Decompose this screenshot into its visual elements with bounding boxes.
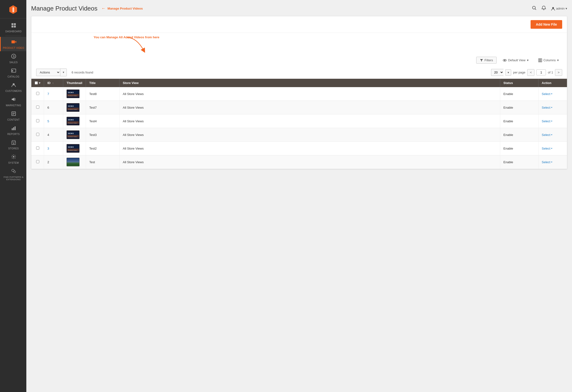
thumbnail-image: DEMO Product Video xyxy=(66,144,79,153)
svg-text:Product Video: Product Video xyxy=(68,95,77,96)
row-action-select-link[interactable]: Select▾ xyxy=(542,92,564,96)
notifications-button[interactable] xyxy=(541,5,546,12)
header-checkbox-dropdown-icon[interactable]: ▾ xyxy=(39,81,40,85)
sidebar-item-label: CUSTOMERS xyxy=(5,90,22,92)
sidebar-item-label: REPORTS xyxy=(7,133,20,135)
svg-rect-5 xyxy=(12,26,13,28)
find-partners-icon xyxy=(11,169,16,175)
row-checkbox[interactable] xyxy=(36,92,39,95)
svg-marker-12 xyxy=(12,70,13,72)
col-storeview-label: Store View xyxy=(123,81,139,85)
row-store-view: All Store Views xyxy=(119,101,500,114)
filters-button[interactable]: Filters xyxy=(476,57,497,64)
row-action-select-link[interactable]: Select▾ xyxy=(542,119,564,123)
sidebar-item-catalog[interactable]: CATALOG xyxy=(0,65,26,80)
sidebar-item-customers[interactable]: CUSTOMERS xyxy=(0,80,26,94)
sidebar-item-dashboard[interactable]: DASHBOARD xyxy=(0,20,26,35)
annotation-arrow-svg xyxy=(122,35,151,54)
sidebar-item-label: STORES xyxy=(8,147,19,150)
sidebar-item-marketing[interactable]: MARKETING xyxy=(0,94,26,109)
col-header-thumbnail: Thumbnail xyxy=(63,79,86,87)
catalog-icon xyxy=(11,68,16,74)
actions-select-wrap: Actions ▾ xyxy=(36,68,67,76)
search-button[interactable] xyxy=(532,5,537,12)
sidebar-item-label: CATALOG xyxy=(8,75,20,78)
sidebar-item-find-partners[interactable]: FIND PARTNERS & EXTENSIONS xyxy=(0,166,26,183)
svg-point-36 xyxy=(504,60,505,61)
dashboard-icon xyxy=(11,23,16,29)
select-dropdown-icon: ▾ xyxy=(551,93,552,95)
row-action: Select▾ xyxy=(538,128,567,142)
row-thumbnail: DEMO Product Video xyxy=(63,114,86,128)
sidebar-item-sales[interactable]: $ SALES xyxy=(0,51,26,65)
select-label: Select xyxy=(542,106,550,109)
row-id: 3 xyxy=(44,142,63,155)
svg-point-29 xyxy=(14,171,16,173)
breadcrumb-area: ← Manage Product Videos xyxy=(101,6,143,11)
row-checkbox[interactable] xyxy=(36,146,39,150)
row-action-select-link[interactable]: Select▾ xyxy=(542,147,564,150)
row-title: Test8 xyxy=(86,87,119,101)
select-dropdown-icon: ▾ xyxy=(551,161,552,163)
row-action: Select▾ xyxy=(538,155,567,169)
row-action-select-link[interactable]: Select▾ xyxy=(542,133,564,137)
sidebar-item-product-video[interactable]: PRODUCT VIDEO xyxy=(0,37,26,51)
svg-text:DEMO: DEMO xyxy=(68,133,74,134)
page-number-input[interactable] xyxy=(536,69,546,75)
sidebar-item-content[interactable]: CONTENT xyxy=(0,109,26,123)
row-checkbox[interactable] xyxy=(36,133,39,136)
svg-point-30 xyxy=(532,6,535,9)
row-thumbnail xyxy=(63,155,86,169)
sidebar-logo xyxy=(0,0,26,18)
row-action-select-link[interactable]: Select▾ xyxy=(542,106,564,109)
next-page-button[interactable]: > xyxy=(555,69,562,76)
content-panel: Add New File You can Manage All Added Vi… xyxy=(31,16,567,169)
svg-rect-39 xyxy=(541,59,542,62)
svg-text:$: $ xyxy=(13,55,15,58)
add-new-file-button[interactable]: Add New File xyxy=(531,20,562,29)
sidebar-item-label: SALES xyxy=(9,61,18,64)
row-status: Enable xyxy=(500,101,538,114)
select-label: Select xyxy=(542,147,550,150)
row-store-view: All Store Views xyxy=(119,128,500,142)
col-header-action: Action xyxy=(538,79,567,87)
actions-dropdown[interactable]: Actions xyxy=(36,69,60,76)
col-header-title: Title xyxy=(86,79,119,87)
svg-rect-6 xyxy=(14,26,16,28)
sidebar-item-system[interactable]: SYSTEM xyxy=(0,152,26,166)
col-header-id[interactable]: ID ↑ xyxy=(44,79,63,87)
row-checkbox[interactable] xyxy=(36,119,39,122)
columns-dropdown-button[interactable]: Columns ▾ xyxy=(535,57,562,64)
row-store-view: All Store Views xyxy=(119,155,500,169)
row-checkbox[interactable] xyxy=(36,106,39,109)
page-of-label: of 1 xyxy=(548,71,553,74)
svg-text:Product Video: Product Video xyxy=(68,122,77,124)
row-thumbnail: DEMO Product Video xyxy=(63,142,86,155)
admin-menu[interactable]: admin ▾ xyxy=(551,6,567,11)
data-table: ▾ ID ↑ Thumbnail Title Store View xyxy=(31,79,567,169)
prev-page-button[interactable]: < xyxy=(527,69,534,76)
sidebar-item-label: PRODUCT VIDEO xyxy=(3,47,24,49)
sidebar-item-stores[interactable]: STORES xyxy=(0,137,26,152)
actions-dropdown-arrow[interactable]: ▾ xyxy=(60,68,67,76)
row-thumbnail: DEMO Product Video xyxy=(63,101,86,114)
row-thumbnail: DEMO Product Video xyxy=(63,128,86,142)
row-title: Test2 xyxy=(86,142,119,155)
view-dropdown-arrow: ▾ xyxy=(527,58,529,62)
records-count: 6 records found xyxy=(72,71,486,74)
select-all-checkbox[interactable] xyxy=(35,81,38,84)
svg-rect-4 xyxy=(14,23,16,25)
per-page-select[interactable]: 20 xyxy=(491,69,504,76)
stores-icon xyxy=(11,140,16,146)
marketing-icon xyxy=(11,97,16,103)
svg-marker-34 xyxy=(480,59,483,62)
svg-rect-22 xyxy=(15,126,16,130)
row-action-select-link[interactable]: Select▾ xyxy=(542,160,564,164)
row-action: Select▾ xyxy=(538,114,567,128)
per-page-arrow[interactable]: ▾ xyxy=(506,69,511,76)
sidebar-item-reports[interactable]: REPORTS xyxy=(0,123,26,137)
sidebar: DASHBOARD PRODUCT VIDEO $ SALES CATALOG … xyxy=(0,0,26,392)
row-title: Test4 xyxy=(86,114,119,128)
row-checkbox[interactable] xyxy=(36,160,39,163)
view-dropdown-button[interactable]: Default View ▾ xyxy=(499,57,532,64)
